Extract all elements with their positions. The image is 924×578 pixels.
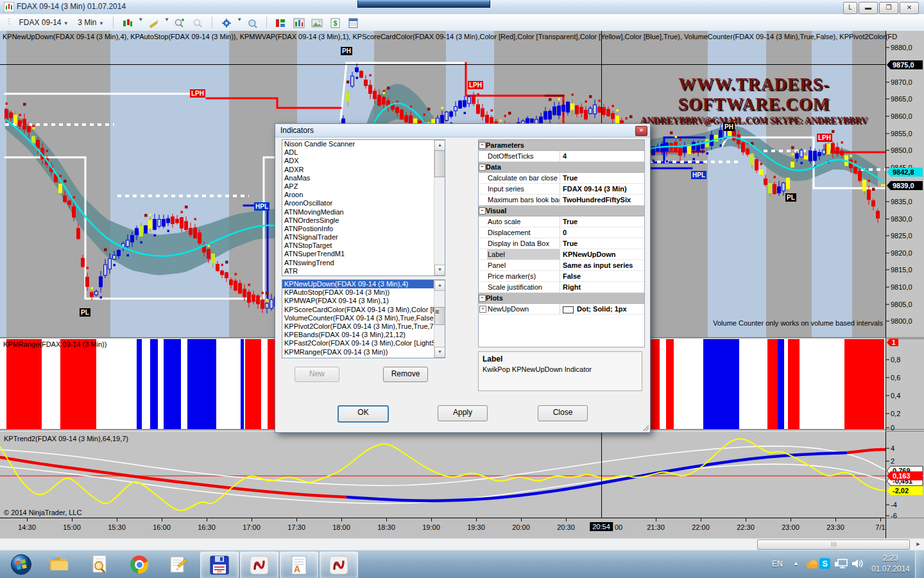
tray-skype-icon[interactable]: S	[819, 558, 830, 569]
configured-indicator-item[interactable]: KPMRange(FDAX 09-14 (3 Min))	[282, 348, 434, 356]
ninjatrader-button-2[interactable]	[320, 552, 358, 578]
remove-button[interactable]: Remove	[383, 367, 428, 382]
property-value[interactable]: True	[560, 238, 644, 249]
data-box-button[interactable]	[347, 18, 360, 30]
close-button[interactable]: ✕	[900, 2, 919, 14]
list-scrollbar[interactable]: ▲ ▼	[434, 140, 445, 276]
configured-indicator-item[interactable]: KPAutoStop(FDAX 09-14 (3 Min))	[282, 288, 434, 297]
property-row[interactable]: +NewUpDownDot; Solid; 1px	[479, 304, 644, 315]
property-value[interactable]: True	[560, 216, 644, 227]
available-indicator-item[interactable]: Aroon	[282, 191, 434, 199]
magnify-data-button[interactable]	[246, 18, 259, 30]
property-value[interactable]: 4	[560, 151, 644, 161]
configured-indicator-item[interactable]: VolumeCounter(FDAX 09-14 (3 Min),True,Fa…	[282, 314, 434, 322]
zoom-in-button[interactable]	[173, 18, 186, 30]
scroll-up-icon[interactable]: ▲	[434, 140, 445, 151]
l-button[interactable]: L	[843, 2, 857, 14]
dialog-close-button[interactable]: ✕	[635, 126, 647, 136]
indicator-properties-grid[interactable]: −ParametersDotOffsetTicks4−DataCalculate…	[478, 139, 645, 347]
property-value[interactable]: TwoHundredFiftySix	[560, 195, 644, 205]
search-button[interactable]	[81, 552, 118, 577]
property-section-header[interactable]: −Parameters	[479, 140, 644, 151]
property-row[interactable]: Input seriesFDAX 09-14 (3 Min)	[479, 184, 644, 195]
new-button[interactable]: New	[295, 367, 339, 382]
close-button-dialog[interactable]: Close	[538, 405, 588, 421]
scrollbar-thumb[interactable]	[434, 150, 445, 177]
kptrend2-canvas[interactable]	[0, 432, 886, 518]
interval-dropdown[interactable]: 3 Min ▼	[74, 17, 107, 28]
configured-indicator-item[interactable]: KPNewUpDown(FDAX 09-14 (3 Min),4)	[282, 280, 434, 288]
available-indicator-item[interactable]: AnaMas	[282, 174, 434, 182]
floppy-app-button[interactable]: 64	[200, 552, 239, 578]
property-row[interactable]: Calculate on bar closeTrue	[479, 173, 644, 184]
configured-indicators-list[interactable]: KPNewUpDown(FDAX 09-14 (3 Min),4)KPAutoS…	[282, 279, 445, 358]
zoom-out-button[interactable]	[192, 18, 205, 30]
configured-indicator-item[interactable]: KPMWAP(FDAX 09-14 (3 Min),1)	[282, 297, 434, 305]
dialog-resize-grip[interactable]	[642, 425, 649, 431]
property-value[interactable]: 0	[560, 227, 644, 238]
explorer-button[interactable]	[41, 552, 78, 577]
document-app-button[interactable]: A	[280, 552, 318, 578]
chrome-button[interactable]	[121, 552, 158, 577]
scroll-up-icon[interactable]: ▲	[434, 280, 445, 291]
tray-network-icon[interactable]	[834, 558, 848, 570]
editor-button[interactable]	[160, 552, 198, 577]
configured-indicator-item[interactable]: KPPivot2Color(FDAX 09-14 (3 Min),True,Tr…	[282, 322, 434, 331]
property-row[interactable]: Displacement0	[479, 227, 644, 238]
show-desktop-button[interactable]	[915, 550, 924, 578]
plot-color-swatch[interactable]	[563, 306, 574, 313]
chart-style-button[interactable]	[121, 18, 134, 30]
start-button[interactable]	[3, 552, 40, 577]
price-axis[interactable]: 9880,09870,09865,09860,09855,09850,09845…	[886, 31, 924, 538]
scroll-down-icon[interactable]: ▼	[434, 347, 445, 358]
available-indicator-item[interactable]: ATNSuperTrendM1	[282, 250, 434, 258]
list-scrollbar[interactable]: ▲ ≡ ▼	[434, 280, 445, 358]
taskbar-clock[interactable]: 2:23 01.07.2014	[868, 553, 914, 575]
time-axis[interactable]: 14:3015:0015:3016:0016:3017:0017:3018:00…	[0, 518, 924, 539]
available-indicator-item[interactable]: ADX	[282, 157, 434, 165]
account-button[interactable]: $	[329, 18, 342, 30]
indicators-button[interactable]	[274, 18, 287, 30]
property-value[interactable]: False	[560, 271, 644, 281]
property-row[interactable]: PanelSame as input series	[479, 260, 644, 271]
background-window-edge[interactable]	[357, 0, 490, 8]
chevron-down-icon[interactable]: ▼	[138, 17, 143, 22]
ninjatrader-button[interactable]	[240, 552, 278, 578]
available-indicator-item[interactable]: ATNswingTrend	[282, 259, 434, 267]
scrollbar-right-arrow-icon[interactable]: ►	[914, 539, 923, 548]
draw-tools-button[interactable]	[148, 18, 160, 30]
property-value[interactable]: FDAX 09-14 (3 Min)	[560, 184, 644, 194]
scrollbar-thumb[interactable]	[757, 539, 910, 550]
configured-indicator-item[interactable]: KPFast2Color(FDAX 09-14 (3 Min),Color [L…	[282, 339, 434, 347]
ok-button[interactable]: OK	[338, 405, 389, 423]
available-indicator-item[interactable]: ATNOrdersSingle	[282, 216, 434, 225]
property-value[interactable]: Dot; Solid; 1px	[560, 304, 644, 314]
tray-weather-icon[interactable]	[805, 558, 819, 571]
data-series-button[interactable]	[293, 18, 305, 30]
available-indicator-item[interactable]: ATNStopTarget	[282, 241, 434, 250]
property-section-header[interactable]: −Plots	[479, 293, 644, 304]
scrollbar-thumb[interactable]: ≡	[434, 307, 445, 325]
available-indicator-item[interactable]: ATNSignalTrader	[282, 233, 434, 241]
property-section-header[interactable]: −Data	[479, 162, 644, 173]
property-row[interactable]: Scale justificationRight	[479, 282, 644, 293]
chevron-down-icon[interactable]: ▼	[164, 17, 169, 22]
property-value[interactable]: Same as input series	[560, 260, 644, 270]
tray-expand-icon[interactable]: ▲	[793, 560, 799, 566]
configured-indicator-item[interactable]: KPScoreCardColor(FDAX 09-14 (3 Min),Colo…	[282, 306, 434, 314]
property-row[interactable]: Maximum bars look backTwoHundredFiftySix	[479, 195, 644, 206]
available-indicator-item[interactable]: ADL	[282, 148, 434, 157]
property-section-header[interactable]: −Visual	[479, 206, 644, 216]
scroll-down-icon[interactable]: ▼	[434, 265, 445, 276]
available-indicator-item[interactable]: ATR	[282, 267, 434, 276]
apply-button[interactable]: Apply	[438, 405, 488, 421]
snapshot-button[interactable]	[311, 18, 323, 30]
dialog-title-bar[interactable]: Indicators ✕	[275, 124, 650, 137]
available-indicators-list[interactable]: Nison Candle ScannerADLADXADXRAnaMasAPZA…	[282, 139, 445, 276]
language-indicator[interactable]: EN	[772, 559, 783, 568]
property-value[interactable]: True	[560, 173, 644, 183]
property-row[interactable]: LabelKPNewUpDown	[479, 249, 644, 260]
property-row[interactable]: Display in Data BoxTrue	[479, 238, 644, 249]
property-row[interactable]: Price marker(s)False	[479, 271, 644, 282]
available-indicator-item[interactable]: ATNMovingMedian	[282, 208, 434, 216]
